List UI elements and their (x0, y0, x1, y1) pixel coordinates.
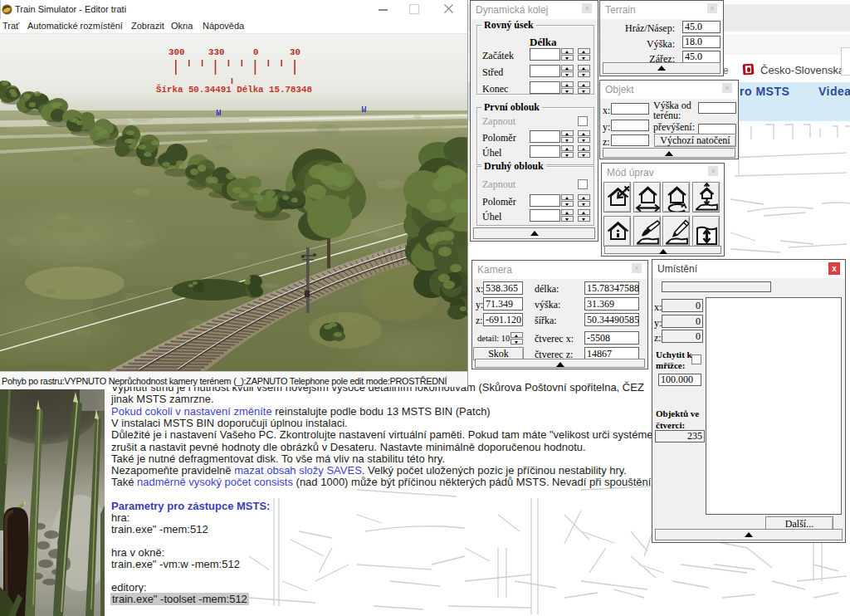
svg-text:Šírka 50.34491 Délka 15.78348: Šírka 50.34491 Délka 15.78348 (156, 84, 312, 95)
svg-text:30: 30 (290, 47, 300, 57)
svg-text:300: 300 (169, 47, 184, 57)
svg-text:0: 0 (253, 47, 258, 57)
svg-text:330: 330 (208, 47, 224, 57)
